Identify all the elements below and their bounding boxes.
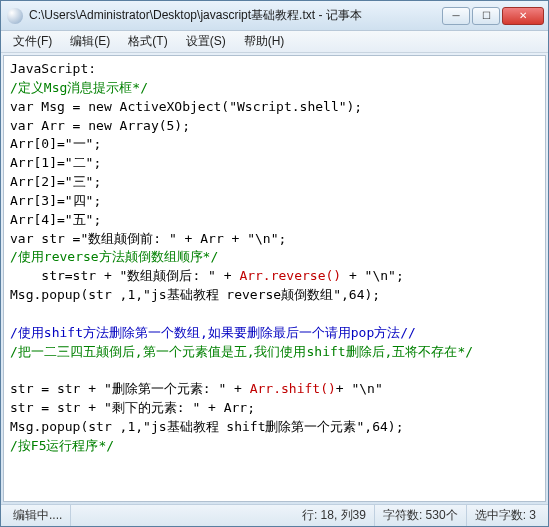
code-line: str=str + "数组颠倒后: " + Arr.reverse() + "\…	[10, 268, 404, 283]
code-highlight: Arr.reverse()	[239, 268, 341, 283]
code-comment: /按F5运行程序*/	[10, 438, 114, 453]
code-comment: /把一二三四五颠倒后,第一个元素值是五,我们使用shift删除后,五将不存在*/	[10, 344, 473, 359]
menu-help[interactable]: 帮助(H)	[236, 31, 293, 52]
menu-file[interactable]: 文件(F)	[5, 31, 60, 52]
status-chars: 字符数: 530个	[375, 505, 467, 526]
app-icon	[7, 8, 23, 24]
code-line: var Msg = new ActiveXObject("Wscript.she…	[10, 99, 362, 114]
code-line: str = str + "剩下的元素: " + Arr;	[10, 400, 255, 415]
code-line: var str ="数组颠倒前: " + Arr + "\n";	[10, 231, 286, 246]
menu-format[interactable]: 格式(T)	[120, 31, 175, 52]
maximize-button[interactable]: ☐	[472, 7, 500, 25]
notepad-window: C:\Users\Administrator\Desktop\javascrip…	[0, 0, 549, 527]
code-line: Msg.popup(str ,1,"js基础教程 shift删除第一个元素",6…	[10, 419, 403, 434]
menubar: 文件(F) 编辑(E) 格式(T) 设置(S) 帮助(H)	[1, 31, 548, 53]
code-line: JavaScript:	[10, 61, 96, 76]
code-line: Arr[1]="二";	[10, 155, 101, 170]
code-line: var Arr = new Array(5);	[10, 118, 190, 133]
code-comment: /使用reverse方法颠倒数组顺序*/	[10, 249, 218, 264]
minimize-button[interactable]: ─	[442, 7, 470, 25]
close-button[interactable]: ✕	[502, 7, 544, 25]
status-editing: 编辑中....	[5, 505, 71, 526]
text-area[interactable]: JavaScript: /定义Msg消息提示框*/ var Msg = new …	[3, 55, 546, 502]
menu-edit[interactable]: 编辑(E)	[62, 31, 118, 52]
statusbar: 编辑中.... 行: 18, 列39 字符数: 530个 选中字数: 3	[1, 504, 548, 526]
status-line-col: 行: 18, 列39	[294, 505, 375, 526]
code-line: Arr[4]="五";	[10, 212, 101, 227]
code-line: Arr[3]="四";	[10, 193, 101, 208]
code-line: Arr[0]="一";	[10, 136, 101, 151]
status-selected: 选中字数: 3	[467, 505, 544, 526]
window-title: C:\Users\Administrator\Desktop\javascrip…	[29, 7, 442, 24]
code-highlight: Arr.shift()	[250, 381, 336, 396]
code-line: str = str + "删除第一个元素: " + Arr.shift()+ "…	[10, 381, 383, 396]
menu-settings[interactable]: 设置(S)	[178, 31, 234, 52]
code-line: Msg.popup(str ,1,"js基础教程 reverse颠倒数组",64…	[10, 287, 380, 302]
window-buttons: ─ ☐ ✕	[442, 7, 544, 25]
code-comment: /定义Msg消息提示框*/	[10, 80, 148, 95]
code-line: Arr[2]="三";	[10, 174, 101, 189]
code-comment: /使用shift方法删除第一个数组,如果要删除最后一个请用pop方法//	[10, 325, 416, 340]
titlebar[interactable]: C:\Users\Administrator\Desktop\javascrip…	[1, 1, 548, 31]
